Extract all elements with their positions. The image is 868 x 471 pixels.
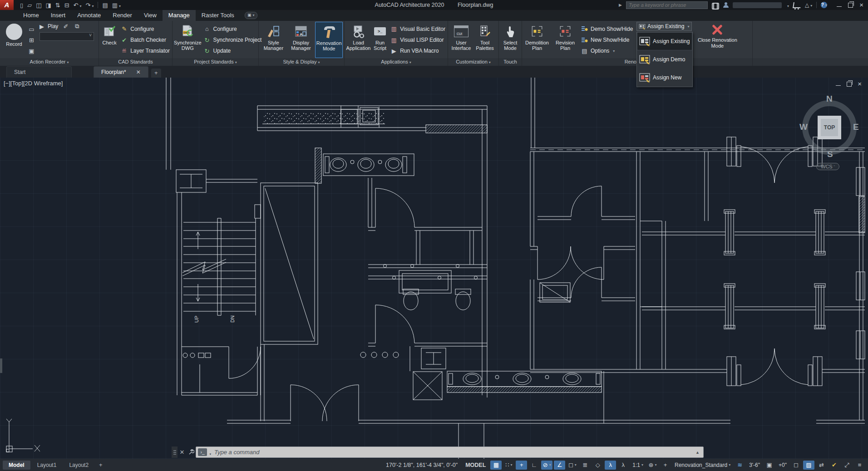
layer-states-icon[interactable]: ▥ — [112, 2, 121, 9]
demo-show-hide-button[interactable]: Demo Show/Hide — [581, 25, 633, 33]
wcs-menu[interactable]: WCS — [816, 163, 839, 170]
demolition-plan-button[interactable]: Demolition Plan — [523, 22, 551, 58]
command-input-bar[interactable]: Type a command ▲ — [196, 446, 704, 458]
menu-item-assign-existing[interactable]: Assign Existing — [637, 32, 692, 50]
check-button[interactable]: Check — [100, 22, 118, 58]
menu-item-assign-demo[interactable]: Assign Demo — [637, 50, 692, 69]
viewport-close-icon[interactable] — [858, 81, 862, 87]
ortho-mode-icon[interactable]: ∟ — [528, 461, 540, 470]
sheet-set-icon[interactable]: ▤ — [102, 2, 108, 9]
search-expand-icon[interactable]: ▶ — [619, 3, 622, 7]
viewcube-north[interactable]: N — [826, 94, 833, 104]
menu-item-assign-new[interactable]: Assign New — [637, 69, 692, 87]
annotation-visibility-icon[interactable]: λ — [605, 461, 616, 470]
new-file-icon[interactable]: ▯ — [20, 2, 23, 9]
revision-plan-button[interactable]: Revision Plan — [552, 22, 579, 58]
elevation-value[interactable]: 3'-6" — [747, 462, 762, 468]
command-input[interactable]: Type a command — [214, 449, 693, 456]
clean-screen-crosshair-icon[interactable]: + — [660, 461, 671, 470]
play-icon[interactable]: ▶ — [39, 23, 44, 30]
restore-button[interactable] — [848, 3, 853, 8]
isometric-box-icon[interactable]: ▣ — [764, 461, 775, 470]
options-button[interactable]: ▤ Options — [581, 47, 633, 55]
signed-in-user[interactable] — [733, 2, 782, 8]
update-button[interactable]: ↻ Update — [203, 47, 262, 55]
selection-cycling-icon[interactable]: ◇ — [592, 461, 603, 470]
select-mode-button[interactable]: Select Mode — [500, 22, 520, 58]
object-display-icon[interactable]: ◻ — [790, 461, 802, 470]
annotation-scale[interactable]: 1:1 — [630, 462, 646, 468]
transfer-icon[interactable]: ⇅ — [55, 2, 60, 9]
tab-render[interactable]: Render — [107, 10, 138, 21]
account-dropdown-icon[interactable] — [786, 1, 789, 9]
user-interface-button[interactable]: User Interface — [449, 22, 473, 58]
batch-checker-button[interactable]: ✔ Batch Checker — [120, 36, 170, 44]
isometric-drafting-icon[interactable]: ∠ — [554, 461, 565, 470]
dynamic-input-icon[interactable]: + — [516, 461, 527, 470]
tab-annotate[interactable]: Annotate — [71, 10, 107, 21]
style-manager-button[interactable]: Style Manager — [260, 22, 287, 58]
workspace-switching-icon[interactable]: ⊛ — [647, 461, 658, 470]
new-drawing-tab-button[interactable]: + — [151, 69, 161, 78]
render-gallery-icon[interactable] — [245, 12, 257, 19]
file-tab-start[interactable]: Start — [6, 66, 72, 78]
insert-base-point-icon[interactable]: ⊞ — [28, 36, 35, 44]
trusted-dwg-icon[interactable]: ✔ — [829, 461, 840, 470]
left-scrollbar-fragment[interactable] — [0, 358, 2, 373]
snap-mode-icon[interactable]: ∷ — [503, 461, 514, 470]
viewport-controls[interactable]: [−][Top][2D Wireframe] — [4, 80, 63, 87]
file-tab-floorplan[interactable]: Floorplan* ✕ — [94, 66, 148, 78]
new-show-hide-button[interactable]: New Show/Hide — [581, 36, 633, 44]
record-button[interactable]: Record — [1, 22, 27, 58]
tab-manage[interactable]: Manage — [163, 10, 196, 21]
a360-icon[interactable]: △ — [805, 2, 812, 8]
viewport-restore-icon[interactable] — [847, 82, 852, 87]
help-icon[interactable] — [821, 2, 827, 8]
action-macro-combobox[interactable] — [39, 32, 94, 41]
panel-label-action-recorder[interactable]: Action Recorder — [0, 58, 99, 66]
customization-menu-icon[interactable]: ≡ — [854, 461, 865, 470]
layer-key-overrides-icon[interactable]: ≋ — [734, 461, 745, 470]
command-options-icon[interactable] — [198, 448, 207, 456]
preference-icon[interactable]: ✐ — [62, 23, 69, 30]
viewcube-west[interactable]: W — [799, 122, 808, 132]
tab-raster-tools[interactable]: Raster Tools — [196, 10, 240, 21]
command-bar-close-icon[interactable]: ✕ — [178, 449, 187, 456]
viewcube-south[interactable]: S — [827, 149, 833, 159]
play-label[interactable]: Play — [48, 23, 58, 29]
close-button[interactable] — [859, 2, 863, 8]
renovation-mode-button[interactable]: Renovation Mode — [315, 22, 343, 58]
assign-existing-button[interactable]: Assign Existing — [636, 22, 692, 31]
object-snap-icon[interactable]: ◻ — [567, 461, 578, 470]
manage-action-macros-icon[interactable]: ⧉ — [73, 23, 81, 30]
panel-label-applications[interactable]: Applications — [345, 58, 448, 66]
account-icon[interactable] — [723, 2, 729, 8]
store-cart-icon[interactable] — [793, 2, 801, 8]
viewcube[interactable]: N W E S TOP — [802, 100, 857, 155]
search-input[interactable] — [626, 1, 708, 9]
redo-icon[interactable]: ↷ — [85, 2, 94, 9]
synchronize-dwg-button[interactable]: DWG Synchronize DWG — [174, 22, 202, 58]
insert-message-icon[interactable]: ▭ — [28, 25, 35, 33]
polar-tracking-icon[interactable]: ⊘ — [541, 461, 552, 470]
viewcube-top-face[interactable]: TOP — [818, 116, 841, 139]
project-configure-button[interactable]: ⌂ Configure — [203, 25, 262, 33]
open-file-icon[interactable]: ▱ — [27, 2, 32, 9]
drawing-canvas[interactable]: [−][Top][2D Wireframe] — [0, 78, 868, 459]
viewcube-east[interactable]: E — [853, 122, 859, 132]
undo-icon[interactable]: ↶ — [74, 2, 82, 9]
save-as-icon[interactable]: ◨ — [45, 2, 51, 9]
tab-home[interactable]: Home — [17, 10, 45, 21]
tab-close-icon[interactable]: ✕ — [136, 69, 141, 75]
command-history-icon[interactable]: ▲ — [695, 450, 701, 455]
surface-hatch-icon[interactable]: ▨ — [803, 461, 814, 470]
search-icon[interactable] — [712, 3, 719, 8]
panel-label-project-standards[interactable]: Project Standards — [173, 58, 258, 66]
synchronize-project-button[interactable]: ↻ Synchronize Project — [203, 36, 262, 44]
viewport-minimize-icon[interactable] — [836, 85, 841, 86]
save-icon[interactable]: ◫ — [36, 2, 41, 9]
panel-label-customization[interactable]: Customization — [448, 58, 498, 66]
renovation-standard-selector[interactable]: Renovation_Standard — [672, 462, 733, 468]
tab-view[interactable]: View — [138, 10, 163, 21]
command-bar-customize-icon[interactable] — [187, 449, 196, 456]
